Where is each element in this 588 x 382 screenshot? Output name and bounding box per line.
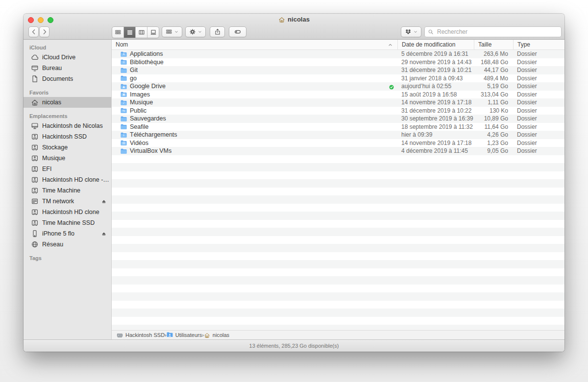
hdd-icon <box>31 133 39 141</box>
sidebar-item-bureau[interactable]: Bureau <box>24 63 111 73</box>
share-button[interactable] <box>210 26 225 37</box>
file-name-cell: ↓Téléchargements <box>112 131 397 138</box>
file-row[interactable]: ≡Bibliothèque29 novembre 2019 à 14:43168… <box>112 58 564 67</box>
file-type: Dossier <box>513 67 564 73</box>
file-row[interactable]: go31 janvier 2018 à 09:43489,4 MoDossier <box>112 74 564 83</box>
hdd-icon <box>31 176 39 184</box>
icon-view-button[interactable] <box>112 27 123 38</box>
empty-row <box>112 252 564 261</box>
file-row[interactable]: ▲Google Driveaujourd’hui à 02:555,19 GoD… <box>112 82 564 91</box>
folder-glyph: ♪ <box>121 101 127 105</box>
file-name: Sauvegardes <box>130 115 166 122</box>
sidebar-section-favoris: Favorisnicolas <box>24 88 111 108</box>
column-header-date-de-modification[interactable]: Date de modification <box>397 40 474 49</box>
sidebar-item-hackintosh-de-nicolas[interactable]: Hackintosh de Nicolas <box>24 120 111 131</box>
file-size: 313,04 Go <box>474 91 513 98</box>
folder-icon <box>121 75 127 81</box>
breadcrumb-item-nicolas[interactable]: nicolas <box>204 332 229 338</box>
dropbox-button[interactable] <box>401 26 421 37</box>
folder-icon: ♪ <box>121 100 127 105</box>
sidebar-item-musique[interactable]: Musique <box>24 153 111 164</box>
sidebar-item-icloud-drive[interactable]: iCloud Drive <box>24 52 111 63</box>
empty-row <box>112 317 564 325</box>
imac-icon <box>31 122 39 130</box>
sidebar-item-label: Hackintosh HD clone <box>42 209 99 215</box>
back-button[interactable] <box>28 26 39 37</box>
column-header-label: Nom <box>116 41 128 48</box>
file-row[interactable]: Git31 décembre 2019 à 10:2144,17 GoDossi… <box>112 66 564 74</box>
folder-icon <box>121 116 127 121</box>
group-button[interactable] <box>162 26 182 37</box>
window-title: nicolas <box>24 16 564 23</box>
file-type: Dossier <box>513 75 564 82</box>
column-header-taille[interactable]: Taille <box>474 40 513 49</box>
file-type: Dossier <box>513 123 564 130</box>
breadcrumb-item-hackintosh-ssd[interactable]: Hackintosh SSD <box>117 332 165 338</box>
breadcrumb-label: nicolas <box>213 332 229 338</box>
eject-icon[interactable] <box>101 231 107 237</box>
folder-icon: ≡ <box>121 59 127 65</box>
sidebar-item-time-machine-ssd[interactable]: Time Machine SSD <box>24 217 111 228</box>
file-name: Applications <box>130 50 163 57</box>
sidebar-section-title: Favoris <box>24 88 111 97</box>
action-button[interactable] <box>185 26 206 37</box>
sidebar-section-title: Emplacements <box>24 111 111 120</box>
sidebar-section-emplacements: EmplacementsHackintosh de NicolasHackint… <box>24 111 111 250</box>
sidebar-section-title: iCloud <box>24 43 111 52</box>
file-date: hier à 09:39 <box>397 131 474 138</box>
folder-glyph: ⇆ <box>121 109 127 113</box>
column-header-nom[interactable]: Nom <box>112 40 397 49</box>
file-date: 14 novembre 2019 à 17:18 <box>397 140 474 146</box>
file-row[interactable]: AApplications5 décembre 2019 à 16:31263,… <box>112 50 564 58</box>
status-bar: 13 éléments, 285,23 Go disponible(s) <box>24 339 564 352</box>
search-input[interactable] <box>436 28 558 36</box>
empty-row <box>112 188 564 196</box>
titlebar[interactable]: nicolas <box>24 14 564 25</box>
sidebar-item-tm-network[interactable]: TM network <box>24 196 111 207</box>
folder-icon: ▤ <box>121 140 127 145</box>
file-row[interactable]: Sauvegardes30 septembre 2019 à 16:3910,8… <box>112 115 564 123</box>
tag-button[interactable] <box>229 26 246 37</box>
coverflow-view-button[interactable] <box>147 27 159 38</box>
file-row[interactable]: ♪Musique14 novembre 2019 à 17:181,11 GoD… <box>112 98 564 107</box>
file-size: 130 Ko <box>474 107 513 114</box>
file-row[interactable]: ⇆Public31 décembre 2019 à 10:22130 KoDos… <box>112 107 564 115</box>
forward-button[interactable] <box>39 26 49 37</box>
sidebar-item-stockage[interactable]: Stockage <box>24 142 111 153</box>
list-view-button[interactable] <box>123 27 135 38</box>
sidebar-item-hackintosh-ssd[interactable]: Hackintosh SSD <box>24 131 111 142</box>
sidebar-item-time-machine[interactable]: Time Machine <box>24 185 111 196</box>
sidebar-item-hackintosh-hd-clone-[interactable]: Hackintosh HD clone -… <box>24 174 111 185</box>
sidebar-item-label: EFI <box>42 166 51 172</box>
column-header-type[interactable]: Type <box>513 40 564 49</box>
file-size: 9,05 Go <box>474 147 513 154</box>
file-row[interactable]: ▣Images15 août 2019 à 16:58313,04 GoDoss… <box>112 91 564 99</box>
eject-icon[interactable] <box>101 198 107 204</box>
file-type: Dossier <box>513 147 564 154</box>
file-row[interactable]: ↓Téléchargementshier à 09:394,26 GoDossi… <box>112 131 564 139</box>
breadcrumb-item-utilisateurs[interactable]: Utilisateurs <box>167 332 202 338</box>
sidebar-item-label: iPhone 5 flo <box>42 230 74 237</box>
folder-glyph: ↓ <box>121 133 127 138</box>
column-view-button[interactable] <box>135 27 147 38</box>
file-name-cell: ♪Musique <box>112 99 397 106</box>
hdd-icon <box>31 143 39 151</box>
file-row[interactable]: Seafile18 septembre 2019 à 11:3211,64 Go… <box>112 123 564 131</box>
sidebar-item-hackintosh-hd-clone[interactable]: Hackintosh HD clone <box>24 207 111 217</box>
home-icon <box>278 16 285 23</box>
file-date: 31 décembre 2019 à 10:22 <box>397 107 474 114</box>
sync-check-badge-icon <box>389 85 394 90</box>
sidebar-item-documents[interactable]: Documents <box>24 73 111 84</box>
file-row[interactable]: ▤Vidéos14 novembre 2019 à 17:181,23 GoDo… <box>112 139 564 147</box>
sidebar-item-r-seau[interactable]: Réseau <box>24 239 111 250</box>
globe-icon <box>31 240 39 248</box>
toolbar <box>24 26 564 39</box>
search-field[interactable] <box>424 26 562 37</box>
iphone-icon <box>31 230 39 238</box>
sidebar-item-efi[interactable]: EFI <box>24 164 111 174</box>
file-row[interactable]: VirtualBox VMs4 décembre 2019 à 11:459,0… <box>112 147 564 155</box>
folder-icon: ▣ <box>121 92 127 97</box>
sidebar-item-nicolas[interactable]: nicolas <box>24 97 111 108</box>
empty-row <box>112 228 564 236</box>
sidebar-item-iphone-5-flo[interactable]: iPhone 5 flo <box>24 228 111 239</box>
